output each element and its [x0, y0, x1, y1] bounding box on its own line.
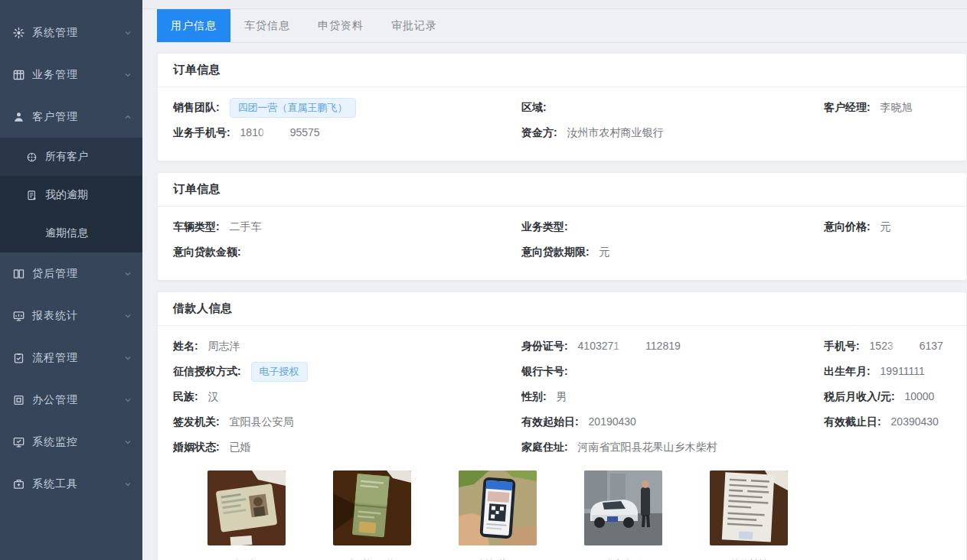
clipboard-icon [12, 352, 25, 364]
field-ethnicity: 民族: 汉 [173, 390, 521, 404]
field-phone: 手机号: 15236137 [824, 340, 951, 353]
sidebar-item-label: 我的逾期 [45, 188, 88, 202]
tab-user-info[interactable]: 用户信息 [157, 9, 230, 42]
user-icon [12, 111, 25, 123]
field-business-phone: 业务手机号: 181095575 [173, 126, 521, 140]
field-issuing-authority: 签发机关: 宜阳县公安局 [173, 415, 521, 429]
green-booklet-photo[interactable]: 驾驶证原件 [333, 470, 411, 560]
field-valid-from: 有效起始日: 20190430 [521, 415, 824, 429]
sidebar-item-label: 系统监控 [32, 435, 78, 449]
sidebar-item-system-management[interactable]: 系统管理 [0, 11, 142, 54]
chevron-down-icon [124, 480, 132, 488]
sidebar-item-customer-management[interactable]: 客户管理 [0, 96, 142, 138]
sidebar-item-label: 系统管理 [32, 26, 78, 40]
field-row: 签发机关: 宜阳县公安局 有效起始日: 20190430 有效截止日: 2039… [173, 409, 951, 435]
field-gender: 性别: 男 [521, 390, 824, 404]
field-funder: 资金方: 汝州市农村商业银行 [521, 126, 824, 140]
field-home-address: 家庭住址: 河南省宜阳县花果山乡木柴村 [521, 441, 824, 454]
sidebar-item-system-monitor[interactable]: 系统监控 [0, 421, 142, 463]
id-number-value: 4103271112819 [578, 340, 681, 352]
sidebar-item-system-tools[interactable]: 系统工具 [0, 463, 142, 505]
credit-auth-tag[interactable]: 电子授权 [251, 362, 308, 382]
field-row: 征信授权方式: 电子授权 银行卡号: 出生年月: 19911111 [173, 359, 951, 384]
tab-loan-application-docs[interactable]: 申贷资料 [304, 9, 377, 42]
borrower-info-card: 借款人信息 姓名: 周志洋 身份证号: 4103271112819 手机号: 1… [157, 291, 967, 560]
toolbox-icon [12, 478, 25, 490]
chevron-down-icon [124, 354, 132, 362]
field-name: 姓名: 周志洋 [173, 340, 521, 353]
field-sales-team: 销售团队: 四团一营（直属王鹏飞） [173, 98, 521, 118]
card-title: 借款人信息 [158, 292, 966, 326]
field-intended-price: 意向价格: 元 [824, 220, 951, 234]
field-valid-to: 有效截止日: 20390430 [824, 415, 951, 429]
tab-bar: 用户信息 车贷信息 申贷资料 审批记录 [157, 9, 967, 43]
chevron-down-icon [124, 396, 132, 404]
sales-team-tag[interactable]: 四团一营（直属王鹏飞） [230, 98, 356, 118]
card-title: 订单信息 [158, 173, 966, 207]
field-row: 民族: 汉 性别: 男 税后月收入/元: 10000 [173, 384, 951, 409]
notebook-icon [26, 190, 38, 201]
tab-approval-records[interactable]: 审批记录 [377, 9, 451, 42]
field-birth-date: 出生年月: 19911111 [824, 365, 951, 379]
tab-car-loan-info[interactable]: 车贷信息 [230, 9, 304, 42]
field-row: 车辆类型: 二手车 业务类型: 意向价格: 元 [173, 214, 951, 239]
sidebar-item-label: 办公管理 [32, 393, 78, 407]
sidebar-item-label: 流程管理 [32, 351, 78, 365]
field-bank-card: 银行卡号: [521, 365, 824, 379]
phone-value: 15236137 [870, 340, 943, 352]
top-strip [142, 0, 967, 9]
field-row: 意向贷款金额: 意向贷款期限: 元 [173, 239, 951, 265]
chevron-down-icon [124, 312, 132, 320]
sidebar-item-business-management[interactable]: 业务管理 [0, 54, 142, 96]
chevron-down-icon [124, 270, 132, 278]
sidebar-item-postloan-management[interactable]: 贷后管理 [0, 252, 142, 295]
gear-icon [12, 27, 25, 39]
square-icon [12, 394, 25, 406]
card-title: 订单信息 [158, 54, 966, 87]
chevron-down-icon [124, 71, 132, 79]
field-row: 姓名: 周志洋 身份证号: 4103271112819 手机号: 1523613… [173, 334, 951, 359]
field-credit-auth: 征信授权方式: 电子授权 [173, 362, 521, 382]
sidebar-item-label: 贷后管理 [32, 267, 78, 281]
main-content: 用户信息 车贷信息 申贷资料 审批记录 订单信息 销售团队: 四团一营（直属王鹏… [142, 0, 967, 560]
phone-authorization-photo[interactable]: 授权截图 [459, 470, 537, 560]
chevron-down-icon [124, 29, 132, 37]
monitor-check-icon [12, 436, 25, 448]
field-row: 婚姻状态: 已婚 家庭住址: 河南省宜阳县花果山乡木柴村 [173, 435, 951, 460]
sidebar-item-office-management[interactable]: 办公管理 [0, 379, 142, 421]
field-account-manager: 客户经理: 李晓旭 [824, 101, 951, 115]
sidebar: 系统管理 业务管理 客户管理 所有客户 我的逾期 逾期信息 贷后管理 报表统计 [0, 0, 142, 560]
redaction-blur [620, 340, 645, 351]
sidebar-item-label: 业务管理 [32, 68, 78, 82]
sidebar-item-label: 逾期信息 [45, 226, 88, 240]
book-icon [12, 268, 25, 280]
field-row: 销售团队: 四团一营（直属王鹏飞） 区域: 客户经理: 李晓旭 [173, 95, 951, 120]
sidebar-item-overdue-info[interactable]: 逾期信息 [0, 214, 142, 252]
sidebar-item-label: 客户管理 [32, 110, 78, 124]
sidebar-item-process-management[interactable]: 流程管理 [0, 337, 142, 379]
business-phone-value: 181095575 [240, 126, 320, 138]
field-intended-loan-amount: 意向贷款金额: [173, 246, 521, 259]
sidebar-item-report-statistics[interactable]: 报表统计 [0, 295, 142, 337]
sidebar-item-label: 所有客户 [45, 150, 88, 164]
order-info-card-1: 订单信息 销售团队: 四团一营（直属王鹏飞） 区域: 客户经理: 李晓旭 业务手… [157, 53, 967, 161]
field-business-type: 业务类型: [521, 220, 824, 234]
chevron-up-icon [124, 113, 132, 121]
field-row: 业务手机号: 181095575 资金方: 汝州市农村商业银行 [173, 120, 951, 145]
document-photos: 身份证 [207, 470, 951, 560]
id-card-photo[interactable]: 身份证 [207, 470, 286, 560]
sidebar-item-my-overdue[interactable]: 我的逾期 [0, 176, 142, 214]
clients-icon [26, 151, 38, 163]
customer-management-submenu: 所有客户 我的逾期 逾期信息 [0, 138, 142, 252]
field-intended-loan-term: 意向贷款期限: 元 [521, 246, 824, 259]
redaction-blur [265, 126, 289, 138]
order-info-card-2: 订单信息 车辆类型: 二手车 业务类型: 意向价格: 元 意向贷款金额: [157, 172, 967, 281]
grid-icon [12, 69, 25, 81]
field-region: 区域: [521, 101, 824, 115]
document-photo[interactable]: 其他材料 [710, 470, 788, 560]
field-id-number: 身份证号: 4103271112819 [521, 340, 824, 353]
person-car-photo[interactable]: 人车合影 [584, 470, 662, 560]
monitor-icon [12, 310, 25, 322]
sidebar-item-label: 报表统计 [32, 309, 78, 323]
sidebar-item-all-customers[interactable]: 所有客户 [0, 138, 142, 176]
